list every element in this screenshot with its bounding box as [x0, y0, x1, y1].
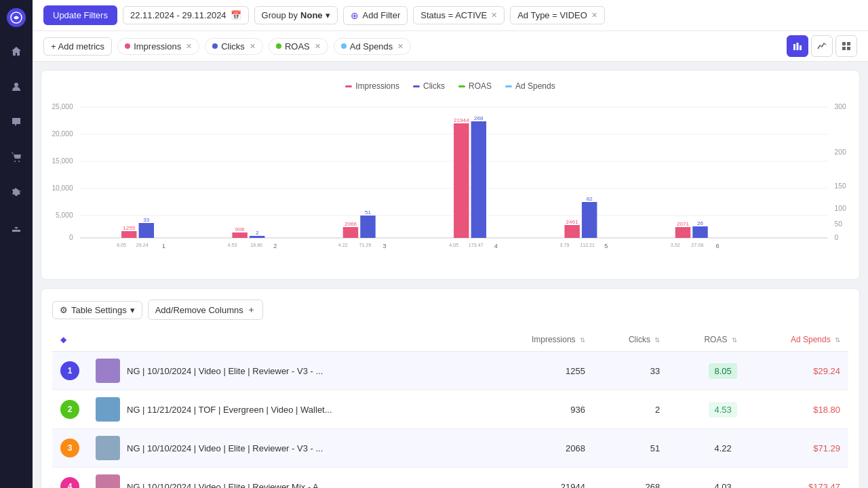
- date-range-picker[interactable]: 22.11.2024 - 29.11.2024 📅: [123, 6, 249, 24]
- ad-thumbnail: [96, 474, 120, 488]
- sidebar-icon-cart[interactable]: [5, 146, 27, 168]
- legend-roas: ROAS: [458, 81, 492, 91]
- close-icon[interactable]: ✕: [591, 11, 597, 20]
- row-number: 1: [60, 361, 79, 380]
- adspends-cell: $18.80: [745, 390, 848, 429]
- bar-g4-clicks: [471, 121, 486, 238]
- table-settings-button[interactable]: ⚙ Table Settings ▾: [52, 301, 142, 319]
- ad-name-cell: NG | 10/10/2024 | Video | Elite | Review…: [87, 352, 484, 390]
- bar-g4-impressions: [454, 123, 469, 238]
- bar-g1-impressions: [121, 231, 136, 238]
- svg-text:4: 4: [494, 243, 498, 249]
- chart-card: Impressions Clicks ROAS Ad Spends: [41, 70, 860, 280]
- adspends-cell: $29.24: [745, 352, 848, 390]
- metric-pill-roas[interactable]: ROAS ✕: [269, 38, 328, 55]
- line-chart-button[interactable]: [811, 35, 833, 57]
- adspends-cell: $71.29: [745, 429, 848, 468]
- clicks-cell: 2: [593, 390, 668, 429]
- sort-icon: ⇅: [654, 336, 660, 344]
- group-by-value: None: [300, 10, 323, 20]
- svg-text:27.08: 27.08: [692, 243, 704, 247]
- add-columns-button[interactable]: Add/Remove Columns ＋: [148, 300, 263, 320]
- sidebar-icon-export[interactable]: [5, 217, 27, 239]
- close-icon[interactable]: ✕: [250, 42, 256, 51]
- group-by-label: Group by: [262, 10, 298, 20]
- clicks-cell: 268: [593, 468, 668, 489]
- sidebar-icon-chat[interactable]: [5, 111, 27, 133]
- ad-name-cell: NG | 10/10/2024 | Video | Elite | Review…: [87, 429, 484, 468]
- col-impressions-header[interactable]: Impressions ⇅: [484, 328, 593, 352]
- svg-text:268: 268: [474, 115, 484, 121]
- impressions-cell: 936: [484, 390, 593, 429]
- impressions-dot: [125, 43, 130, 49]
- main-content: Update Filters 22.11.2024 - 29.11.2024 📅…: [33, 0, 868, 488]
- col-clicks-header[interactable]: Clicks ⇅: [593, 328, 668, 352]
- svg-rect-5: [842, 42, 846, 45]
- svg-text:173.47: 173.47: [469, 243, 484, 247]
- adspends-dot: [341, 43, 347, 49]
- table-card: ⚙ Table Settings ▾ Add/Remove Columns ＋ …: [41, 288, 860, 488]
- ad-thumbnail: [96, 436, 120, 460]
- metric-pill-impressions[interactable]: Impressions ✕: [117, 38, 199, 55]
- legend-clicks: Clicks: [413, 81, 445, 91]
- svg-text:50: 50: [835, 220, 843, 228]
- content-area: Impressions Clicks ROAS Ad Spends: [33, 62, 868, 488]
- sort-icon: ⇅: [732, 336, 737, 344]
- chevron-down-icon: ▾: [326, 10, 330, 20]
- bar-g3-clicks: [360, 216, 375, 238]
- col-adspends-header[interactable]: Ad Spends ⇅: [745, 328, 848, 352]
- sidebar-icon-home[interactable]: [5, 41, 27, 62]
- close-icon[interactable]: ✕: [397, 42, 403, 51]
- bar-g6-impressions: [675, 227, 690, 238]
- legend-label-roas: ROAS: [469, 81, 492, 91]
- roas-cell: 8.05: [668, 352, 745, 390]
- table-row: 4 NG | 10/10/2024 | Video | Elite | Revi…: [52, 468, 848, 489]
- grid-chart-button[interactable]: [835, 35, 857, 57]
- sidebar-icon-user[interactable]: [5, 76, 27, 98]
- data-table: ◆ Impressions ⇅ Clicks ⇅ ROAS ⇅: [52, 328, 848, 488]
- bar-g6-clicks: [692, 226, 707, 238]
- ad-name: NG | 11/21/2024 | TOF | Evergreen | Vide…: [127, 405, 332, 415]
- svg-text:5: 5: [604, 243, 608, 249]
- svg-text:4.22: 4.22: [338, 243, 348, 247]
- legend-adspends: Ad Spends: [505, 81, 555, 91]
- metric-pill-adspends[interactable]: Ad Spends ✕: [334, 38, 412, 55]
- svg-text:29.24: 29.24: [136, 243, 149, 247]
- roas-dot: [276, 43, 281, 49]
- svg-text:1: 1: [162, 243, 165, 249]
- plus-icon: ⊕: [351, 10, 359, 21]
- svg-text:71.29: 71.29: [359, 243, 371, 247]
- filter-adtype-video[interactable]: Ad Type = VIDEO ✕: [510, 6, 605, 24]
- filter-adtype-label: Ad Type = VIDEO: [517, 10, 587, 20]
- sort-icon: ⇅: [580, 336, 585, 344]
- svg-rect-2: [793, 44, 795, 50]
- col-num: ◆: [52, 328, 87, 352]
- sidebar: [0, 0, 33, 488]
- close-icon[interactable]: ✕: [491, 11, 497, 20]
- filter-status-active[interactable]: Status = ACTIVE ✕: [413, 6, 505, 24]
- col-ad-name: [87, 328, 484, 352]
- col-roas-header[interactable]: ROAS ⇅: [668, 328, 745, 352]
- svg-text:100: 100: [835, 205, 846, 212]
- update-filters-button[interactable]: Update Filters: [43, 5, 117, 25]
- sidebar-icon-settings[interactable]: [5, 182, 27, 203]
- close-icon[interactable]: ✕: [315, 42, 321, 51]
- add-filter-button[interactable]: ⊕ Add Filter: [343, 6, 408, 25]
- metric-pill-clicks[interactable]: Clicks ✕: [205, 38, 263, 55]
- svg-text:18.80: 18.80: [250, 243, 262, 247]
- impressions-cell: 2068: [484, 429, 593, 468]
- add-metrics-button[interactable]: + Add metrics: [43, 37, 112, 56]
- legend-label-adspends: Ad Spends: [515, 81, 555, 91]
- legend-dot-roas: [458, 85, 465, 87]
- close-icon[interactable]: ✕: [186, 42, 192, 51]
- svg-text:0: 0: [835, 234, 839, 241]
- svg-text:3.52: 3.52: [671, 243, 680, 247]
- svg-text:21944: 21944: [454, 117, 469, 123]
- group-by-dropdown[interactable]: Group by None ▾: [254, 6, 338, 24]
- row-number: 4: [60, 477, 79, 488]
- roas-label: ROAS: [285, 41, 310, 52]
- gear-icon: ⚙: [60, 305, 68, 315]
- bar-chart-button[interactable]: [787, 35, 808, 57]
- svg-text:51: 51: [365, 209, 372, 216]
- svg-text:200: 200: [835, 148, 846, 156]
